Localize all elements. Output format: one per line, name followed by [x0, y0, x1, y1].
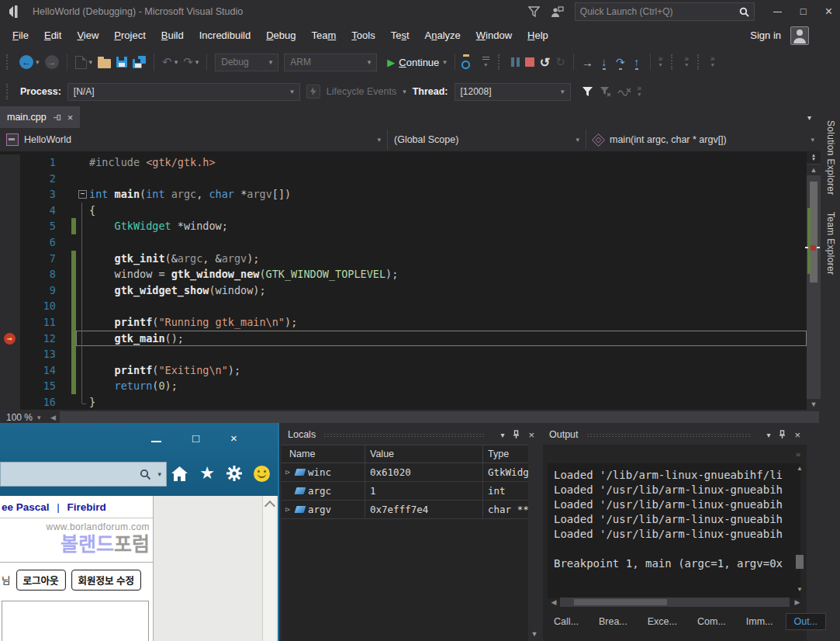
code-line-6[interactable]: 6: [0, 234, 807, 251]
breakpoint-margin[interactable]: [0, 154, 20, 171]
scroll-down-icon[interactable]: ▼: [807, 399, 821, 410]
window-position-icon[interactable]: ▾: [766, 431, 770, 439]
side-tab-solution-explorer[interactable]: Solution Explorer: [825, 120, 836, 195]
member-dropdown[interactable]: main(int argc, char * argv[]) ▾: [586, 130, 821, 150]
save-icon[interactable]: [116, 57, 127, 68]
output-header[interactable]: Output ▾ ×: [543, 424, 807, 445]
zoom-caret[interactable]: ▾: [37, 414, 41, 421]
variable-value[interactable]: 0x61020: [365, 463, 483, 481]
menu-incredibuild[interactable]: Incredibuild: [192, 23, 259, 47]
pin-icon[interactable]: [512, 430, 520, 439]
close-panel-icon[interactable]: ×: [794, 429, 800, 441]
breakpoint-margin[interactable]: [0, 266, 20, 282]
code-line-15[interactable]: 15 return(0);: [0, 378, 807, 394]
pause-button[interactable]: [511, 57, 520, 67]
locals-row-winc[interactable]: ▷winc0x61020GtkWidg: [282, 463, 541, 482]
close-tab-icon[interactable]: ×: [67, 112, 74, 123]
breakpoint-margin[interactable]: →: [0, 331, 20, 347]
window-position-icon[interactable]: ▾: [500, 431, 504, 439]
toolbar-overflow-group[interactable]: »▾: [684, 56, 689, 68]
code-line-7[interactable]: 7 gtk_init(&argc, &argv);: [0, 251, 807, 267]
panel-tab-out[interactable]: Out...: [786, 613, 827, 630]
hot-reload-icon[interactable]: ↻: [555, 55, 565, 69]
navigate-backward-button[interactable]: ← ▾: [19, 55, 40, 69]
panel-tab-com[interactable]: Com...: [690, 614, 734, 629]
breakpoint-margin[interactable]: [0, 346, 20, 362]
scroll-up-icon[interactable]: ▲: [807, 165, 821, 175]
show-next-statement-button[interactable]: →: [582, 56, 593, 69]
code-line-12[interactable]: →12 gtk_main();: [0, 331, 807, 347]
toolbar-grip[interactable]: [498, 54, 503, 70]
breakpoint-margin[interactable]: [0, 314, 20, 331]
menu-view[interactable]: View: [69, 23, 106, 47]
code-line-16[interactable]: 16}: [0, 394, 807, 411]
thread-dropdown[interactable]: [12008] ▾: [455, 83, 571, 101]
browser-minimize-button[interactable]: [151, 431, 161, 445]
step-over-button[interactable]: ↷: [615, 56, 626, 68]
locals-row-argc[interactable]: argc1int: [282, 482, 541, 501]
menu-debug[interactable]: Debug: [258, 23, 303, 47]
side-tab-team-explorer[interactable]: Team Explorer: [825, 212, 836, 275]
column-value[interactable]: Value: [365, 445, 483, 463]
editor-vertical-scrollbar[interactable]: ▲▼ ▲ ▼: [807, 151, 821, 410]
toolbar-grip[interactable]: [697, 54, 702, 70]
navigate-forward-button[interactable]: →: [45, 55, 59, 69]
panel-tab-exce[interactable]: Exce...: [640, 614, 685, 629]
lifecycle-caret[interactable]: ▾: [403, 88, 406, 95]
zoom-level-dropdown[interactable]: 100 %: [6, 412, 33, 423]
open-file-icon[interactable]: [98, 59, 111, 68]
scrollbar-thumb[interactable]: [796, 555, 804, 569]
menu-build[interactable]: Build: [154, 23, 192, 47]
site-logo[interactable]: 볼랜드포럼: [0, 532, 150, 556]
project-dropdown[interactable]: HelloWorld ▾: [0, 130, 388, 150]
breakpoint-margin[interactable]: [0, 234, 20, 251]
splitter-handle[interactable]: ▲▼: [807, 151, 821, 165]
close-button[interactable]: ×: [825, 0, 832, 23]
menu-project[interactable]: Project: [106, 23, 153, 47]
maximize-button[interactable]: □: [800, 0, 807, 23]
code-line-9[interactable]: 9 gtk_widget_show(window);: [0, 282, 807, 299]
home-icon[interactable]: [171, 466, 188, 482]
smiley-feedback-icon[interactable]: [254, 466, 270, 482]
scroll-right-icon[interactable]: ▶: [791, 598, 804, 606]
breakpoint-current-statement-icon[interactable]: →: [4, 333, 16, 345]
scroll-down-icon[interactable]: ▼: [528, 629, 541, 639]
code-editor[interactable]: 1#include <gtk/gtk.h>23int main(int argc…: [0, 151, 821, 410]
code-line-14[interactable]: 14 printf("Exiting\n");: [0, 362, 807, 379]
toolbar-overflow-group[interactable]: »▾: [659, 56, 663, 68]
logout-button[interactable]: 로그아웃: [16, 570, 66, 591]
breakpoint-margin[interactable]: [0, 282, 20, 299]
back-caret[interactable]: ▾: [36, 58, 40, 66]
step-into-button[interactable]: ↓: [599, 56, 610, 68]
breakpoint-margin[interactable]: [0, 251, 20, 267]
undo-button[interactable]: ↶ ▾: [162, 55, 178, 69]
breakpoint-margin[interactable]: [0, 218, 20, 234]
variable-value[interactable]: 1: [365, 482, 483, 500]
breakpoint-margin[interactable]: [0, 186, 20, 203]
fold-collapse-icon[interactable]: [76, 186, 89, 203]
flagged-threads-icon[interactable]: [617, 87, 631, 96]
scrollbar-track[interactable]: [807, 175, 821, 399]
lifecycle-events-label[interactable]: Lifecycle Events: [327, 86, 396, 97]
scrollbar-track[interactable]: [560, 598, 790, 607]
attach-to-process-icon[interactable]: [463, 57, 477, 68]
quick-launch-input[interactable]: Quick Launch (Ctrl+Q): [575, 2, 755, 21]
address-caret[interactable]: ▾: [157, 470, 161, 478]
toolbar-overflow-group[interactable]: »▾: [638, 85, 642, 98]
pin-icon[interactable]: [53, 113, 61, 122]
sign-in-button[interactable]: Sign in: [750, 29, 781, 41]
settings-gear-icon[interactable]: [226, 465, 243, 482]
menu-file[interactable]: File: [5, 23, 36, 47]
edit-member-info-button[interactable]: 회원정보 수정: [71, 570, 141, 591]
new-project-caret[interactable]: ▾: [89, 58, 93, 66]
toolbar-overflow-button[interactable]: ▾: [482, 57, 489, 68]
breakpoint-margin[interactable]: [0, 362, 20, 379]
code-line-1[interactable]: 1#include <gtk/gtk.h>: [0, 154, 807, 171]
close-panel-icon[interactable]: ×: [528, 429, 534, 441]
menu-test[interactable]: Test: [383, 23, 417, 47]
breakpoint-margin[interactable]: [0, 171, 20, 187]
scope-dropdown[interactable]: (Global Scope) ▾: [388, 130, 586, 150]
document-well-dropdown-icon[interactable]: ▾: [807, 113, 811, 122]
new-project-button[interactable]: ▾: [75, 56, 93, 69]
redo-button[interactable]: ↷ ▾: [183, 55, 199, 69]
